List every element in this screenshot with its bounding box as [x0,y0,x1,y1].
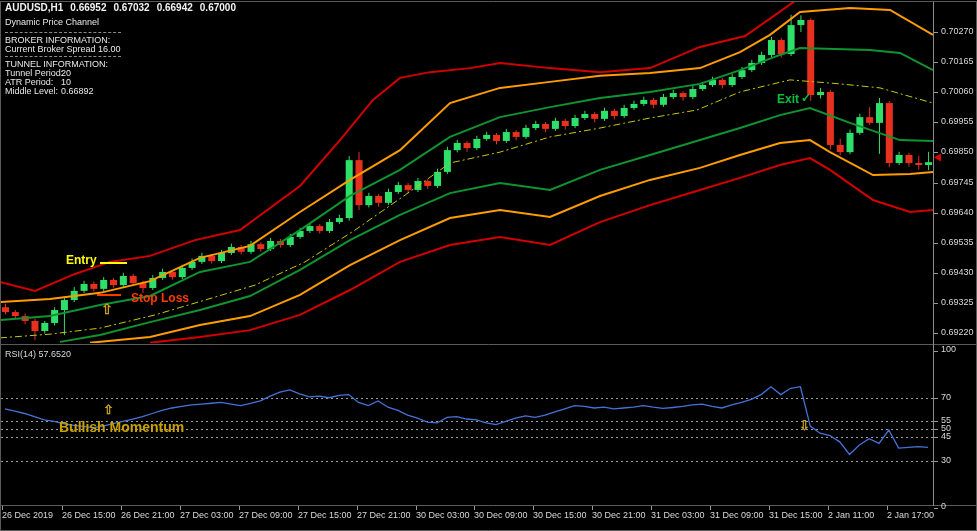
price-axis-label: 0.69430 [941,268,974,277]
price-axis-label: 0.70060 [941,87,974,96]
price-axis-label: 0.69220 [941,328,974,337]
info-divider [5,32,121,33]
symbol-label: AUDUSD,H1 [5,2,63,13]
time-axis-label: 27 Dec 09:00 [239,511,293,520]
open-value: 0.66952 [70,2,106,13]
info-divider [5,56,121,57]
time-axis-label: 2 Jan 17:00 [887,511,934,520]
symbol-ohlc-line: AUDUSD,H10.669520.670320.669420.67000 [5,3,243,12]
time-axis-label: 26 Dec 15:00 [62,511,116,520]
middle-level-label: Middle Level: [5,87,61,96]
exit-label[interactable]: Exit [777,92,799,106]
price-axis-label: 0.69745 [941,178,974,187]
broker-spread: Current Broker Spread 16.00 [5,45,121,54]
price-axis-label: 0.69640 [941,208,974,217]
mt4-chart-window: AUDUSD,H10.669520.670320.669420.67000 Dy… [0,0,977,531]
time-axis-label: 26 Dec 2019 [2,511,53,520]
time-axis-label: 31 Dec 03:00 [651,511,705,520]
time-axis-label: 31 Dec 15:00 [769,511,823,520]
rsi-axis-label: 70 [941,393,951,402]
time-axis-label: 2 Jan 11:00 [828,511,874,520]
time-axis-label: 26 Dec 21:00 [121,511,175,520]
time-axis-label: 27 Dec 03:00 [180,511,234,520]
price-axis-label: 0.70165 [941,57,974,66]
time-axis-label: 30 Dec 21:00 [592,511,646,520]
chart-canvas[interactable] [0,0,977,531]
time-axis-label: 30 Dec 03:00 [416,511,470,520]
arrow-down-icon: ⇩ [799,418,810,433]
time-axis-label: 30 Dec 09:00 [474,511,528,520]
price-axis-label: 0.69325 [941,298,974,307]
low-value: 0.66942 [157,2,193,13]
rsi-axis-label: 30 [941,456,951,465]
bullish-momentum-label[interactable]: Bullish Momentum [59,419,184,435]
middle-level-value: 0.66892 [61,87,94,96]
close-value: 0.67000 [200,2,236,13]
time-axis-label: 31 Dec 09:00 [710,511,764,520]
indicator-name: Dynamic Price Channel [5,18,99,27]
arrow-up-icon: ⇧ [103,402,114,417]
time-axis-label: 30 Dec 15:00 [533,511,587,520]
rsi-indicator-label: RSI(14) 57.6520 [5,350,71,359]
rsi-axis-label: 45 [941,432,951,441]
arrow-up-icon: ⇧ [101,301,113,317]
rsi-axis-label: 100 [941,345,956,354]
high-value: 0.67032 [114,2,150,13]
price-axis-label: 0.69955 [941,117,974,126]
time-axis-label: 27 Dec 21:00 [357,511,411,520]
checkmark-icon: ✓ [801,91,811,105]
price-axis-label: 0.69850 [941,147,974,156]
price-axis-label: 0.70270 [941,27,974,36]
price-axis-label: 0.69535 [941,238,974,247]
time-axis-label: 27 Dec 15:00 [298,511,352,520]
middle-level-row: Middle Level: 0.66892 [5,87,94,96]
stop-loss-label[interactable]: Stop Loss [131,291,189,305]
entry-label[interactable]: Entry [66,253,97,267]
rsi-axis-label: 0 [941,502,946,511]
